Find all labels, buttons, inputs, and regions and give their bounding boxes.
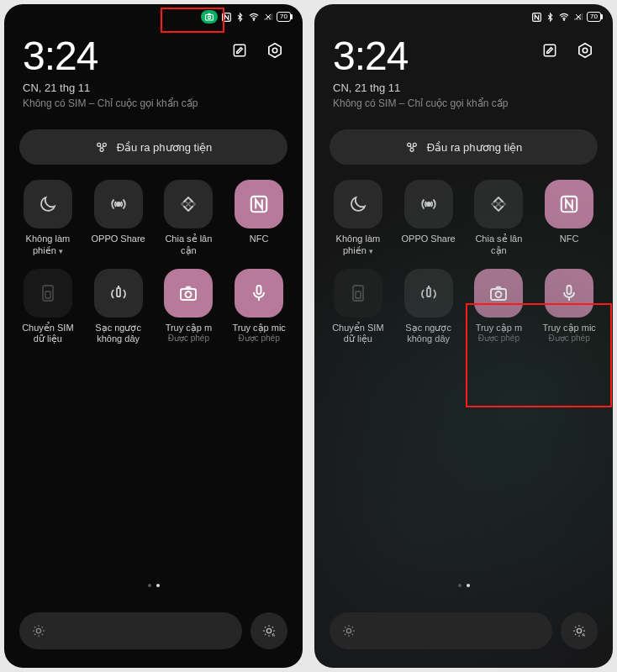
edit-tiles-icon[interactable] — [230, 41, 249, 60]
qs-tile-label: NFC — [250, 234, 269, 245]
sim-status: Không có SIM – Chỉ cuộc gọi khẩn cấp — [333, 97, 594, 109]
svg-rect-22 — [544, 45, 555, 55]
qs-tile-sublabel: Được phép — [549, 333, 590, 344]
settings-icon[interactable] — [576, 41, 594, 60]
svg-rect-31 — [427, 288, 430, 297]
qs-tile-button[interactable] — [334, 180, 382, 228]
page-dot — [156, 584, 160, 587]
settings-icon[interactable] — [266, 41, 284, 60]
qs-tile-button[interactable] — [474, 180, 523, 228]
page-indicator — [314, 584, 613, 587]
wifi-status-icon — [558, 12, 570, 22]
auto-brightness-button[interactable]: A — [250, 612, 287, 649]
qs-tile-label: Truy cập m — [166, 323, 213, 334]
svg-rect-30 — [356, 291, 361, 298]
qs-tile-label: Không làm phiền▾ — [16, 234, 80, 257]
svg-text:A: A — [272, 633, 276, 638]
brightness-slider[interactable] — [19, 612, 242, 649]
qs-tile-sublabel: Được phép — [239, 333, 280, 344]
media-output-button[interactable]: Đầu ra phương tiện — [330, 129, 598, 165]
signal-none-icon — [573, 12, 583, 22]
media-output-label: Đầu ra phương tiện — [117, 141, 213, 154]
brightness-row: A — [330, 612, 598, 649]
qs-tile-button[interactable] — [24, 269, 72, 318]
qs-tile-camera: Truy cập mĐược phép — [154, 269, 224, 346]
qs-tile-button[interactable] — [474, 269, 523, 318]
svg-rect-0 — [206, 15, 214, 21]
svg-point-9 — [116, 202, 119, 206]
page-indicator — [4, 584, 303, 587]
chevron-down-icon: ▾ — [369, 247, 373, 255]
sun-icon — [31, 623, 46, 638]
edit-tiles-icon[interactable] — [541, 41, 559, 60]
date: CN, 21 thg 11 — [23, 81, 284, 94]
svg-point-26 — [410, 148, 414, 151]
qs-tile-button[interactable] — [545, 180, 593, 228]
svg-point-3 — [253, 19, 254, 20]
qs-tile-label: OPPO Share — [402, 234, 456, 245]
qs-tile-button[interactable] — [334, 269, 382, 318]
wifi-status-icon — [248, 12, 260, 22]
qs-tile-button[interactable] — [164, 180, 213, 228]
qs-tile-label: OPPO Share — [92, 234, 145, 245]
qs-tile-camera: Truy cập mĐược phép — [464, 269, 535, 346]
qs-tile-charge: Sạc ngược không dây — [393, 269, 464, 346]
qs-tile-label: Chuyển SIM dữ liệu — [326, 323, 390, 346]
svg-point-1 — [208, 16, 210, 18]
qs-tile-button[interactable] — [404, 180, 453, 228]
svg-rect-13 — [117, 288, 120, 297]
qs-tile-nearby: Chia sẻ lân cận — [464, 180, 535, 257]
svg-text:A: A — [583, 633, 586, 638]
media-icon — [95, 140, 108, 154]
qs-tile-label: Sạc ngược không dây — [87, 323, 150, 346]
qs-tile-button[interactable] — [94, 180, 143, 228]
qs-tile-button[interactable] — [545, 269, 593, 318]
qs-tile-label: NFC — [560, 234, 579, 245]
qs-tile-button[interactable] — [404, 269, 453, 318]
date: CN, 21 thg 11 — [333, 81, 594, 94]
battery-indicator: 70 — [587, 12, 601, 22]
qs-tile-label: Sạc ngược không dây — [397, 323, 461, 346]
qs-tile-label: Không làm phiền▾ — [326, 234, 390, 257]
qs-tile-moon: Không làm phiền▾ — [13, 180, 83, 257]
qs-tile-sim: Chuyển SIM dữ liệu — [13, 269, 83, 346]
qs-tile-charge: Sạc ngược không dây — [83, 269, 154, 346]
qs-tile-broadcast: OPPO Share — [83, 180, 154, 257]
signal-none-icon — [263, 12, 273, 22]
qs-tiles-right: Không làm phiền▾OPPO ShareChia sẻ lân cậ… — [314, 175, 613, 350]
qs-tile-moon: Không làm phiền▾ — [323, 180, 393, 257]
qs-tile-sublabel: Được phép — [168, 333, 209, 344]
svg-point-18 — [266, 628, 271, 633]
auto-brightness-button[interactable]: A — [561, 612, 598, 649]
camera-in-use-indicator — [201, 10, 218, 24]
page-dot — [458, 584, 461, 587]
qs-tile-nfc: NFC — [224, 180, 294, 257]
svg-point-17 — [36, 628, 40, 633]
qs-tile-button[interactable] — [235, 269, 283, 318]
svg-rect-14 — [181, 289, 196, 300]
sun-auto-icon: A — [572, 623, 587, 638]
qs-tile-mic: Truy cập micĐược phép — [224, 269, 294, 346]
qs-tile-broadcast: OPPO Share — [393, 180, 464, 257]
qs-tile-button[interactable] — [24, 180, 72, 228]
qs-tile-button[interactable] — [94, 269, 143, 318]
qs-tile-mic: Truy cập micĐược phép — [534, 269, 604, 346]
status-bar: 70 — [4, 4, 303, 26]
qs-tile-sublabel: Được phép — [478, 333, 519, 344]
svg-point-5 — [272, 48, 277, 53]
svg-rect-34 — [567, 286, 572, 294]
phone-left: 70 3:24 CN, 21 thg 11 Không có SIM – Chỉ… — [4, 4, 303, 668]
media-output-button[interactable]: Đầu ra phương tiện — [19, 129, 287, 165]
svg-point-15 — [186, 291, 192, 297]
qs-tile-button[interactable] — [235, 180, 283, 228]
brightness-slider[interactable] — [330, 612, 552, 649]
qs-tile-label: Truy cập mic — [542, 323, 595, 334]
bluetooth-status-icon — [546, 12, 555, 23]
sun-auto-icon: A — [261, 623, 277, 638]
qs-tile-button[interactable] — [164, 269, 213, 318]
battery-indicator: 70 — [277, 12, 291, 22]
qs-tile-label: Chuyển SIM dữ liệu — [16, 323, 80, 346]
sun-icon — [341, 623, 356, 638]
qs-tile-sim: Chuyển SIM dữ liệu — [323, 269, 393, 346]
sim-status: Không có SIM – Chỉ cuộc gọi khẩn cấp — [23, 97, 284, 109]
